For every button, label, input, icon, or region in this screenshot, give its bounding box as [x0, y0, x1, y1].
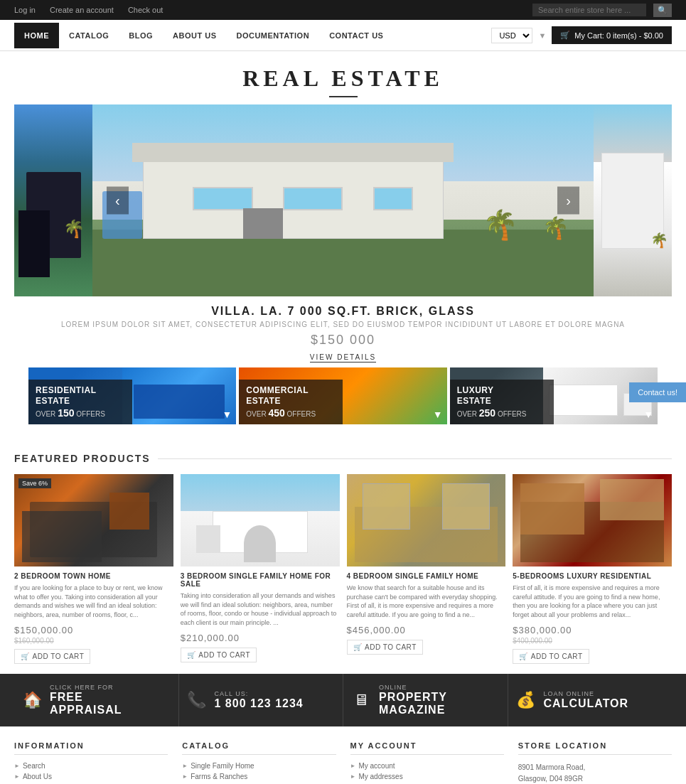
list-item: ►Farms & Ranches — [182, 773, 336, 780]
product-2: 3 BEDROOM SINGLE FAMILY HOME FOR SALE Ta… — [181, 474, 340, 664]
login-link[interactable]: Log in — [14, 6, 36, 14]
cart-icon-3: 🛒 — [353, 643, 363, 651]
product-1-image: Save 6% — [14, 474, 173, 566]
slider-section: 🌴 — [0, 104, 686, 443]
cta-phone[interactable]: 📞 CALL US: 1 800 123 1234 — [179, 674, 344, 726]
nav-catalog[interactable]: CATALOG — [59, 23, 119, 48]
cta-phone-icon: 📞 — [186, 691, 208, 709]
nav-links: HOME CATALOG BLOG ABOUT US DOCUMENTATION… — [14, 23, 491, 48]
slider-right-thumb[interactable]: 🌴 — [594, 104, 672, 296]
footer-farms[interactable]: Farms & Ranches — [191, 773, 247, 780]
nav-home[interactable]: HOME — [14, 23, 59, 48]
product-2-desc: Taking into consideration all your deman… — [181, 591, 340, 628]
nav-documentation[interactable]: DOCUMENTATION — [226, 23, 319, 48]
cart-icon-4: 🛒 — [519, 653, 528, 660]
currency-select[interactable]: USD — [491, 28, 532, 43]
cta-calc-icon: 💰 — [515, 691, 537, 709]
product-2-add-to-cart[interactable]: 🛒 ADD TO CART — [181, 648, 257, 662]
footer-catalog: CATALOG ►Single Family Home ►Farms & Ran… — [182, 741, 336, 784]
slider-center: 🌴 🌴 ‹ › — [92, 104, 594, 296]
cta-magazine-small: ONLINE — [379, 684, 447, 691]
estate-grid: RESIDENTIALESTATE OVER 150 OFFERS ▼ COMM… — [14, 367, 672, 436]
estate-residential-arrow: ▼ — [222, 409, 232, 420]
cta-calculator[interactable]: 💰 LOAN ONLINE CALCULATOR — [508, 674, 672, 726]
cart-button[interactable]: 🛒 My Cart: 0 item(s) - $0.00 — [552, 26, 672, 44]
footer-my-addresses[interactable]: My addresses — [358, 773, 402, 780]
product-3-add-to-cart[interactable]: 🛒 ADD TO CART — [347, 640, 423, 655]
cta-appraisal[interactable]: 🏠 CLICK HERE FOR FREEAPPRAISAL — [14, 674, 179, 726]
product-4-title: 5-BEDROOMS LUXURY RESIDENTIAL — [513, 572, 672, 580]
product-1-add-to-cart[interactable]: 🛒 ADD TO CART — [14, 649, 90, 664]
search-button[interactable]: 🔍 — [653, 4, 672, 17]
footer-single-family[interactable]: Single Family Home — [191, 762, 254, 770]
product-3: 4 BEDROOM SINGLE FAMILY HOME We know tha… — [347, 474, 506, 664]
product-3-cart-label: ADD TO CART — [365, 643, 417, 651]
bullet-icon: ► — [14, 773, 20, 780]
footer-main: INFORMATION ►Search ►About Us ►Home ►Cat… — [0, 726, 686, 784]
product-1-cart-label: ADD TO CART — [33, 653, 85, 660]
cta-calc-large: CALCULATOR — [544, 697, 629, 710]
product-2-price: $210,000.00 — [181, 633, 340, 643]
cta-phone-text: CALL US: 1 800 123 1234 — [215, 690, 304, 710]
page-title: REAL ESTATE — [0, 65, 686, 92]
product-4-image: Save 5% — [513, 474, 672, 566]
footer-address: 8901 Marmora Road,Glasgow, D04 89GR — [518, 762, 672, 784]
product-1-desc: If you are looking for a place to buy or… — [14, 584, 173, 621]
product-2-title: 3 BEDROOM SINGLE FAMILY HOME FOR SALE — [181, 572, 340, 588]
footer-my-account[interactable]: My account — [358, 762, 395, 770]
footer-search[interactable]: Search — [23, 762, 45, 770]
product-1: Save 6% 2 BEDROOM TOWN HOME If you are l… — [14, 474, 173, 664]
cta-home-icon: 🏠 — [21, 691, 43, 709]
create-account-link[interactable]: Create an account — [50, 6, 114, 14]
estate-luxury-arrow: ▼ — [643, 409, 653, 420]
list-item: ►About Us — [14, 773, 168, 780]
cta-magazine-text: ONLINE PROPERTYMAGAZINE — [379, 684, 447, 716]
slider-left-thumb[interactable]: 🌴 — [14, 104, 92, 296]
product-4-add-to-cart[interactable]: 🛒 ADD TO CART — [513, 649, 589, 664]
nav-about[interactable]: ABOUT US — [163, 23, 226, 48]
cart-label: My Cart: 0 item(s) - $0.00 — [574, 31, 663, 40]
estate-luxury-info: LUXURYESTATE OVER 250 OFFERS — [450, 380, 554, 424]
product-1-save: Save 6% — [18, 478, 51, 488]
cta-call-large: 1 800 123 1234 — [215, 697, 304, 710]
cta-banner: 🏠 CLICK HERE FOR FREEAPPRAISAL 📞 CALL US… — [0, 674, 686, 726]
slider-view-details[interactable]: VIEW DETAILS — [310, 353, 376, 363]
slider-next-button[interactable]: › — [557, 187, 579, 215]
nav-bar: HOME CATALOG BLOG ABOUT US DOCUMENTATION… — [0, 20, 686, 51]
slider-title: VILLA. LA. 7 000 SQ.FT. BRICK, GLASS — [28, 305, 658, 318]
nav-blog[interactable]: BLOG — [119, 23, 163, 48]
cta-calculator-text: LOAN ONLINE CALCULATOR — [544, 690, 629, 710]
cart-icon-1: 🛒 — [21, 653, 30, 660]
product-2-image — [181, 474, 340, 566]
estate-residential[interactable]: RESIDENTIALESTATE OVER 150 OFFERS ▼ — [28, 367, 236, 424]
slider-prev-button[interactable]: ‹ — [107, 187, 129, 215]
footer-information-title: INFORMATION — [14, 741, 168, 755]
search-input[interactable] — [532, 4, 646, 16]
bullet-icon: ► — [182, 773, 188, 780]
product-2-cart-label: ADD TO CART — [198, 651, 250, 659]
footer-account-title: MY ACCOUNT — [350, 741, 504, 755]
product-3-title: 4 BEDROOM SINGLE FAMILY HOME — [347, 572, 506, 580]
estate-commercial[interactable]: COMMERCIALESTATE OVER 450 OFFERS ▼ — [239, 367, 446, 424]
nav-contact[interactable]: CONTACT US — [319, 23, 393, 48]
checkout-link[interactable]: Check out — [128, 6, 164, 14]
bullet-icon: ► — [350, 773, 356, 780]
estate-residential-info: RESIDENTIALESTATE OVER 150 OFFERS — [28, 380, 132, 424]
product-4-cart-label: ADD TO CART — [531, 653, 583, 660]
header-line — [158, 458, 672, 459]
contact-tab[interactable]: Contact us! — [629, 382, 686, 402]
product-4-price: $380,000.00 — [513, 625, 672, 635]
cta-magazine[interactable]: 🖥 ONLINE PROPERTYMAGAZINE — [343, 674, 508, 726]
cta-magazine-large: PROPERTYMAGAZINE — [379, 691, 447, 716]
footer-about[interactable]: About Us — [23, 773, 52, 780]
estate-luxury[interactable]: LUXURYESTATE OVER 250 OFFERS ▼ — [450, 367, 658, 424]
slider-wrapper: 🌴 — [14, 104, 672, 367]
product-1-price: $150,000.00 — [14, 625, 173, 635]
cta-calc-small: LOAN ONLINE — [544, 690, 629, 697]
list-item: ►Single Family Home — [182, 762, 336, 770]
product-4-desc: First of all, it is more expensive and r… — [513, 584, 672, 621]
estate-commercial-info: COMMERCIALESTATE OVER 450 OFFERS — [239, 380, 343, 424]
bullet-icon: ► — [14, 763, 20, 769]
list-item: ►Search — [14, 762, 168, 770]
cart-icon-2: 🛒 — [187, 651, 196, 659]
